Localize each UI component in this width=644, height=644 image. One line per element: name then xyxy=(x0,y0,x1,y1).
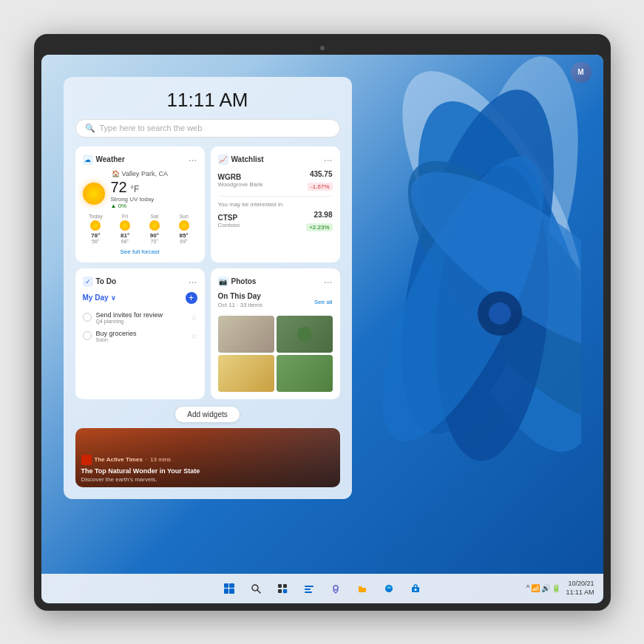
svg-rect-16 xyxy=(305,586,313,587)
edge-browser-button[interactable] xyxy=(378,577,400,600)
todo-checkbox-1[interactable] xyxy=(83,313,92,322)
photos-widget: 📷 Photos ··· On This Day Oct 11 · 33 ite… xyxy=(211,268,340,399)
widget-search-bar[interactable]: 🔍 Type here to search the web xyxy=(75,119,340,138)
widget-panel: 11:11 AM 🔍 Type here to search the web ☁… xyxy=(64,77,352,499)
widgets-grid: ☁ Weather ··· 🏠 Valley Park, CA 72 xyxy=(75,146,340,399)
news-source-name: The Active Times xyxy=(95,456,143,463)
forecast-today-icon xyxy=(90,220,101,231)
todo-star-2[interactable]: ☆ xyxy=(191,332,197,340)
forecast-fri: Fri 81° 68° xyxy=(112,214,138,244)
forecast-sun-icon xyxy=(179,220,189,231)
todo-more-button[interactable]: ··· xyxy=(189,276,197,288)
microsoft-store-button[interactable] xyxy=(404,577,427,600)
weather-change: ▲ 0% xyxy=(111,203,155,209)
chat-button[interactable] xyxy=(325,577,347,600)
weather-temperature: 72 °F xyxy=(111,179,155,196)
chevron-up-icon[interactable]: ^ xyxy=(526,584,530,592)
stock-ctsp-name: Contoso xyxy=(218,222,240,228)
stock-wgrb-price: 435.75 xyxy=(308,170,332,178)
todo-item-1-text: Send invites for review xyxy=(96,311,186,319)
photo-thumb-3[interactable] xyxy=(218,355,274,392)
svg-line-11 xyxy=(257,590,260,593)
start-button[interactable] xyxy=(218,577,240,600)
photos-title-row: 📷 Photos xyxy=(218,277,257,287)
svg-rect-17 xyxy=(305,589,311,590)
weather-header: ☁ Weather ··· xyxy=(83,154,197,166)
see-full-forecast-link[interactable]: See full forcast xyxy=(83,248,197,255)
todo-star-1[interactable]: ☆ xyxy=(191,313,197,322)
profile-initials: M xyxy=(577,68,583,76)
forecast-sat-icon xyxy=(149,220,160,231)
todo-item-1: Send invites for review Q4 planning ☆ xyxy=(83,308,197,327)
todo-widget: ✓ To Do ··· My Day ∨ + xyxy=(75,268,205,399)
news-time: 13 mins xyxy=(150,456,171,463)
task-view-button[interactable] xyxy=(271,577,294,600)
svg-point-9 xyxy=(489,302,511,325)
windows-logo xyxy=(224,583,234,594)
stock-ctsp-ticker: CTSP xyxy=(218,214,240,222)
stock-item-ctsp: CTSP Contoso 23.98 +2.23% xyxy=(218,211,333,237)
widgets-button[interactable] xyxy=(298,577,320,600)
watchlist-header: 📈 Watchlist ··· xyxy=(218,154,333,166)
stock-wgrb-ticker: WGRB xyxy=(218,173,263,181)
search-icon: 🔍 xyxy=(85,123,95,133)
taskbar-search-button[interactable] xyxy=(245,577,267,600)
svg-point-19 xyxy=(333,586,338,590)
watchlist-title-row: 📈 Watchlist xyxy=(218,155,264,165)
todo-add-button[interactable]: + xyxy=(186,292,197,304)
photo-thumb-1[interactable] xyxy=(218,316,274,353)
stock-ctsp-price: 23.98 xyxy=(306,211,332,219)
weather-location: 🏠 Valley Park, CA xyxy=(83,170,197,177)
tray-icons: ^ 📶 🔊 🔋 xyxy=(526,584,561,592)
tray-time: 11:11 AM xyxy=(566,589,594,597)
device-frame: M 11:11 AM 🔍 Type here to search the web… xyxy=(34,34,611,611)
photo-thumb-4[interactable] xyxy=(277,355,333,392)
wifi-icon[interactable]: 📶 xyxy=(531,584,540,592)
interested-label: You may be interested in xyxy=(218,201,333,208)
file-explorer-button[interactable] xyxy=(351,577,373,600)
profile-icon[interactable]: M xyxy=(571,62,592,83)
battery-icon[interactable]: 🔋 xyxy=(552,584,560,592)
weather-temp-row: 72 °F Strong UV today ▲ 0% xyxy=(83,179,197,209)
stock-ctsp-change: +2.23% xyxy=(306,223,332,231)
photo-thumb-2[interactable] xyxy=(277,316,333,353)
svg-rect-18 xyxy=(305,592,312,593)
photos-header: 📷 Photos ··· xyxy=(218,276,333,288)
weather-widget: ☁ Weather ··· 🏠 Valley Park, CA 72 xyxy=(75,146,205,262)
photos-see-all-link[interactable]: See all xyxy=(314,299,332,305)
stock-wgrb-change: -1.67% xyxy=(308,183,332,191)
widget-time: 11:11 AM xyxy=(75,89,340,112)
tray-datetime[interactable]: 10/20/21 11:11 AM xyxy=(566,580,594,597)
weather-more-button[interactable]: ··· xyxy=(189,154,197,166)
forecast-fri-icon xyxy=(120,220,130,231)
weather-icon: ☁ xyxy=(83,155,93,165)
news-card[interactable]: The Active Times · 13 mins The Top Natur… xyxy=(75,428,340,487)
weather-condition: Strong UV today xyxy=(111,196,155,203)
photos-on-this-day: On This Day xyxy=(218,292,262,300)
stock-item-wgrb: WGRB Woodgrove Bank 435.75 -1.67% xyxy=(218,170,333,197)
photos-date-row: On This Day Oct 11 · 33 items See all xyxy=(218,292,333,313)
todo-item-2-sub: Soon xyxy=(96,337,186,342)
todo-checkbox-2[interactable] xyxy=(83,331,92,340)
forecast-sat: Sat 90° 70° xyxy=(141,214,168,244)
watchlist-more-button[interactable]: ··· xyxy=(324,154,333,166)
news-overlay: The Active Times · 13 mins The Top Natur… xyxy=(75,428,340,487)
device-top-bar xyxy=(41,41,603,55)
todo-header: ✓ To Do ··· xyxy=(83,276,197,288)
camera xyxy=(320,46,325,50)
photos-label: Photos xyxy=(231,277,257,285)
tray-date: 10/20/21 xyxy=(566,580,594,589)
todo-item-2: Buy groceries Soon ☆ xyxy=(83,327,197,345)
svg-point-21 xyxy=(414,589,416,591)
svg-rect-14 xyxy=(278,589,282,593)
photos-more-button[interactable]: ··· xyxy=(324,276,333,288)
add-widgets-button[interactable]: Add widgets xyxy=(175,407,239,422)
taskbar: ^ 📶 🔊 🔋 10/20/21 11:11 AM xyxy=(41,574,603,603)
search-placeholder-text: Type here to search the web xyxy=(100,123,203,132)
todo-item-2-text: Buy groceries xyxy=(96,330,186,337)
todo-item-1-sub: Q4 planning xyxy=(96,319,186,324)
news-time-ago: · xyxy=(146,456,147,463)
watchlist-label: Watchlist xyxy=(231,155,264,163)
sound-icon[interactable]: 🔊 xyxy=(541,584,550,592)
screen: M 11:11 AM 🔍 Type here to search the web… xyxy=(41,55,603,603)
